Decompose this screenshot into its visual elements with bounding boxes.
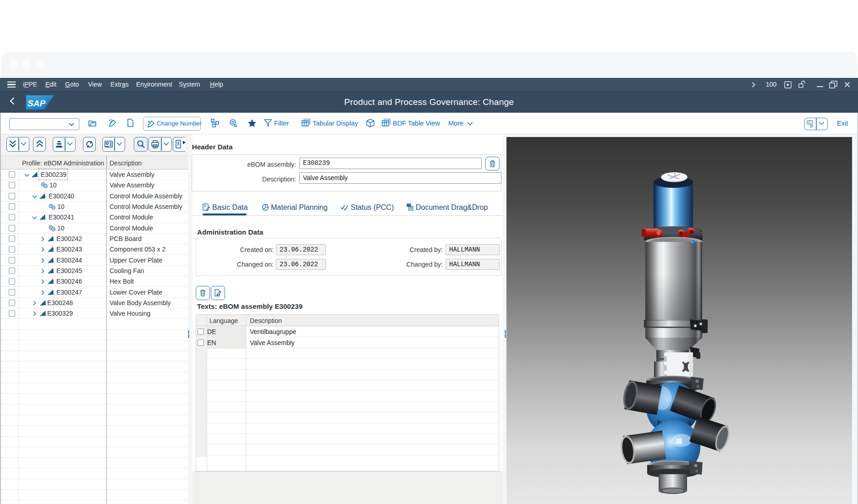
svg-text:SAP: SAP (28, 99, 45, 108)
